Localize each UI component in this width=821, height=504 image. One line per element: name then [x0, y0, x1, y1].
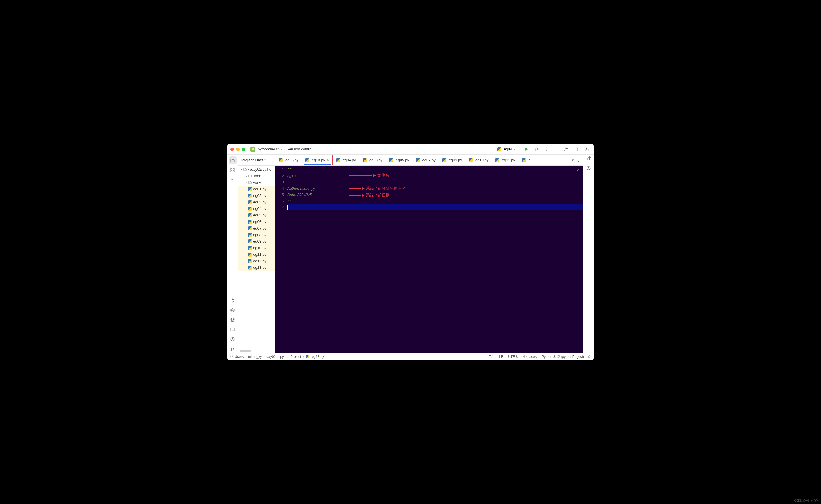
- tree-file[interactable]: eg05.py: [238, 212, 275, 218]
- tree-file[interactable]: eg11.py: [238, 251, 275, 258]
- tabs-dropdown-button[interactable]: ▾: [572, 158, 574, 162]
- tree-file-label: eg07.py: [253, 226, 266, 230]
- tree-file[interactable]: eg06.py: [238, 218, 275, 225]
- version-control-menu[interactable]: Version control: [288, 147, 312, 151]
- editor-tab[interactable]: eg06.py: [275, 155, 302, 165]
- svg-point-1: [546, 147, 547, 148]
- tree-file[interactable]: eg13.py: [238, 264, 275, 271]
- python-console-button[interactable]: [229, 296, 237, 304]
- tree-file[interactable]: eg03.py: [238, 199, 275, 205]
- breadcrumb-item[interactable]: Users: [235, 355, 244, 359]
- left-tool-rail: [227, 155, 238, 353]
- editor-tab[interactable]: eg08.py: [359, 155, 386, 165]
- tab-label: e: [529, 158, 531, 162]
- svg-rect-8: [233, 168, 234, 170]
- code-content[interactable]: """ eg13 - Author: mimo_yy Date: 2024/6/…: [287, 166, 583, 353]
- editor-tab[interactable]: eg09.py: [439, 155, 465, 165]
- close-window-button[interactable]: [230, 148, 234, 151]
- editor-area: eg06.py eg13.py× eg04.py eg08.py eg05.py…: [275, 155, 583, 353]
- line-separator[interactable]: LF: [497, 355, 505, 359]
- tree-root[interactable]: ▾~/day02/pytho: [238, 166, 275, 173]
- folder-icon: [248, 181, 252, 185]
- services-tool-button[interactable]: [229, 316, 237, 324]
- tree-file[interactable]: eg12.py: [238, 258, 275, 264]
- editor-tab[interactable]: eg05.py: [386, 155, 412, 165]
- run-button[interactable]: [522, 145, 530, 153]
- window-controls: [230, 148, 245, 151]
- svg-point-4: [565, 148, 566, 149]
- chevron-down-icon[interactable]: ▾: [314, 148, 316, 151]
- tree-file-label: eg09.py: [253, 239, 266, 243]
- breadcrumb-item[interactable]: eg13.py: [312, 355, 324, 359]
- tree-file[interactable]: eg01.py: [238, 186, 275, 192]
- git-tool-button[interactable]: [229, 345, 237, 353]
- tree-file[interactable]: eg07.py: [238, 225, 275, 232]
- minimize-window-button[interactable]: [236, 148, 240, 151]
- ai-assistant-button[interactable]: [586, 166, 591, 172]
- editor-tab[interactable]: eg07.py: [412, 155, 439, 165]
- folder-icon: [248, 174, 252, 178]
- project-name[interactable]: pythonday02: [258, 147, 279, 151]
- tab-label: eg05.py: [396, 158, 409, 162]
- file-encoding[interactable]: UTF-8: [506, 355, 519, 359]
- breadcrumb-item[interactable]: day02: [266, 355, 276, 359]
- tree-file[interactable]: eg09.py: [238, 238, 275, 245]
- editor-tab[interactable]: eg04.py: [333, 155, 359, 165]
- terminal-tool-button[interactable]: [229, 325, 237, 333]
- tabs-more-button[interactable]: ⋮: [577, 158, 580, 162]
- tree-file-label: eg05.py: [253, 213, 266, 217]
- problems-tool-button[interactable]: [229, 335, 237, 343]
- tree-file[interactable]: eg08.py: [238, 232, 275, 238]
- tree-file[interactable]: eg02.py: [238, 192, 275, 199]
- editor-tab-active[interactable]: eg13.py×: [302, 155, 333, 165]
- python-icon: [279, 158, 283, 162]
- debug-button[interactable]: [533, 145, 541, 153]
- sidebar-title[interactable]: Project Files ▾: [238, 155, 275, 166]
- svg-point-17: [587, 166, 590, 170]
- python-icon: [248, 259, 252, 263]
- tool-windows-toggle[interactable]: ▫ /: [230, 355, 233, 359]
- more-tools-button[interactable]: [229, 176, 237, 184]
- indent-setting[interactable]: 4 spaces: [521, 355, 538, 359]
- chevron-down-icon[interactable]: ▾: [281, 148, 282, 151]
- editor-tab[interactable]: e: [519, 155, 534, 165]
- python-icon: [248, 200, 252, 204]
- svg-rect-10: [233, 170, 234, 172]
- breadcrumb-item[interactable]: mimo_yy: [248, 355, 262, 359]
- folder-icon: [243, 168, 247, 172]
- editor-tab[interactable]: eg10.py: [465, 155, 492, 165]
- svg-point-3: [546, 150, 547, 151]
- python-icon: [306, 355, 309, 358]
- structure-tool-button[interactable]: [229, 166, 237, 174]
- tree-file-label: eg01.py: [253, 187, 266, 191]
- tree-file-label: eg11.py: [253, 252, 266, 257]
- right-tool-rail: [583, 155, 594, 353]
- code-editor[interactable]: 1234567 """ eg13 - Author: mimo_yy Date:…: [275, 166, 583, 353]
- settings-button[interactable]: [583, 145, 591, 153]
- inspection-ok-icon[interactable]: ✓: [577, 167, 580, 172]
- more-actions-button[interactable]: [543, 145, 551, 153]
- tree-file[interactable]: eg04.py: [238, 205, 275, 212]
- tab-label: eg06.py: [285, 158, 298, 162]
- tree-file[interactable]: eg10.py: [238, 245, 275, 251]
- editor-tab[interactable]: eg11.py: [492, 155, 518, 165]
- project-tool-button[interactable]: [229, 156, 237, 164]
- tree-folder[interactable]: ▸.idea: [238, 173, 275, 179]
- interpreter[interactable]: Python 3.12 (pythonProject): [540, 355, 586, 359]
- python-icon: [248, 187, 252, 191]
- breadcrumb-item[interactable]: pythonProject: [280, 355, 301, 359]
- notifications-button[interactable]: [586, 156, 591, 163]
- python-packages-button[interactable]: [229, 306, 237, 314]
- titlebar: P pythonday02 ▾ Version control ▾ eg04 ▾: [227, 144, 594, 155]
- run-config-selector[interactable]: eg04 ▾: [495, 146, 520, 152]
- code-with-me-button[interactable]: [562, 145, 570, 153]
- tree-folder[interactable]: ▸venv: [238, 179, 275, 186]
- search-button[interactable]: [572, 145, 580, 153]
- file-tree[interactable]: ▾~/day02/pytho ▸.idea ▸venv eg01.py eg02…: [238, 166, 275, 349]
- maximize-window-button[interactable]: [242, 148, 245, 151]
- horizontal-scrollbar[interactable]: [240, 350, 251, 352]
- python-icon: [336, 158, 340, 162]
- readonly-lock-icon[interactable]: [587, 354, 591, 359]
- close-tab-icon[interactable]: ×: [327, 158, 329, 162]
- cursor-position[interactable]: 7:1: [488, 355, 496, 359]
